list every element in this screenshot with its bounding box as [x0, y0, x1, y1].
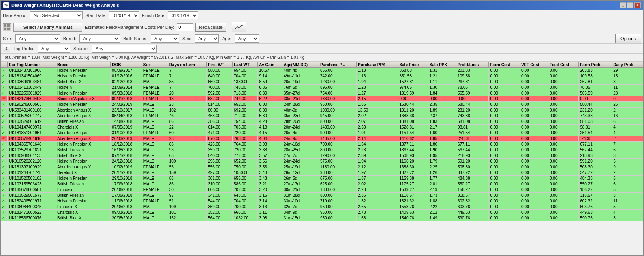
cell-breed: Hereford X [56, 170, 111, 176]
col-first-wt[interactable]: First WT [207, 62, 233, 68]
col-ear-tag[interactable]: Ear Tag Number [8, 62, 56, 68]
col-av-gain[interactable]: Av Gain [258, 62, 282, 68]
cell-farm-profit: 449.63 [579, 210, 612, 215]
table-row[interactable]: ✓ UK104365701648 Holstein Friesian X 18/… [1, 142, 643, 147]
col-sex[interactable]: Sex [142, 62, 168, 68]
col-dob[interactable]: DOB [111, 62, 142, 68]
col-purch-p[interactable]: Purchase P... [319, 62, 356, 68]
date-period-select[interactable]: Not Selected [30, 11, 83, 19]
col-farm-profit[interactable]: Farm Profit [579, 62, 612, 68]
cell-vet-cost: 0.00 [520, 153, 548, 159]
cell-age: 38m-21d [282, 96, 319, 102]
cell-purch-p: 950.00 [319, 204, 356, 210]
cell-sale-price: 1688.30 [398, 164, 428, 170]
cell-dob: 09/01/2018 [111, 96, 142, 102]
minimize-button[interactable]: _ [620, 2, 626, 8]
table-row[interactable]: ✓ UK180986501133 British Blue X 07/11/20… [1, 153, 643, 159]
cell-first-wt: 514.00 [207, 102, 233, 108]
table-row[interactable]: ✓ UK190245600563 Holstein Friesian 24/02… [1, 102, 643, 108]
col-purch-ppk[interactable]: Purchase PPK [357, 62, 398, 68]
close-button[interactable]: ✕ [634, 2, 641, 8]
col-days[interactable]: Days on farm [168, 62, 207, 68]
cell-purch-p: 675.00 [319, 176, 356, 181]
cell-days: 93 [168, 147, 207, 153]
sex-select[interactable]: Any [195, 34, 219, 43]
col-feed-cost[interactable]: Feed Cost [548, 62, 579, 68]
table-row[interactable]: ✓ UK181397100929 Aberdeen Angus X 10/02/… [1, 164, 643, 170]
col-sale-ppk[interactable]: Sale PPK [428, 62, 456, 68]
cell-days: 152 [168, 215, 207, 221]
col-daily-profit[interactable]: Daily Profi [612, 62, 643, 68]
table-row[interactable]: ✓ UK101520502102 Holstein Friesian 29/10… [1, 176, 643, 181]
table-row[interactable]: ✓ UK010520202120 Holstein Friesian 24/12… [1, 159, 643, 164]
table-row[interactable]: ✓ UK103699103481 British Blue X 02/12/20… [1, 79, 643, 85]
col-vet-cost[interactable]: VET Cost [520, 62, 548, 68]
table-row[interactable]: ✓ UK182406501971 Holstein Friesian 11/06… [1, 198, 643, 204]
table-row[interactable]: ✓ UK103413302449 Holstein 21/09/2014 FEM… [1, 85, 643, 90]
cell-feed-cost: 0.00 [548, 125, 579, 130]
cell-farm-profit: 603.76 [579, 204, 612, 210]
table-row[interactable]: ✓ UK104147400971 Charolais X 07/05/2019 … [1, 125, 643, 130]
col-last-wt[interactable]: Last WT [233, 62, 258, 68]
cell-farm-cost: 0.00 [489, 102, 520, 108]
col-farm-cost[interactable]: Farm Cost [489, 62, 520, 68]
chart-button[interactable] [232, 22, 246, 32]
table-row[interactable]: 🚩 UK100578401610 Aberdeen Angus X 26/03/… [1, 136, 643, 142]
data-table-container[interactable]: Ear Tag Number Breed DOB Sex Days on far… [1, 62, 643, 255]
table-row[interactable]: ✓ UK181351201951 Aberdeen Angus 31/10/20… [1, 130, 643, 136]
cell-sale-price: 1377.11 [398, 142, 428, 147]
cell-av-gain: 3.20 [258, 187, 282, 193]
table-row[interactable]: ✓ UK182259301829 Holstein Friesian 05/03… [1, 90, 643, 96]
col-age[interactable]: Age(MM/DD) [282, 62, 319, 68]
birth-status-select[interactable]: Any [151, 34, 179, 43]
table-row[interactable]: ✓ UK181437101968 Holstein Friesian 08/09… [1, 68, 643, 73]
cell-sale-price: 1530.44 [398, 102, 428, 108]
cell-purch-p: 980.00 [319, 170, 356, 176]
cell-breed: British Blue X [56, 79, 111, 85]
recalculate-button[interactable]: Recalculate [195, 23, 226, 32]
col-breed[interactable]: Breed [56, 62, 111, 68]
cell-sale-price: 1409.63 [398, 210, 428, 215]
cell-av-gain: 3.21 [258, 181, 282, 187]
table-row[interactable]: ✓ UK106984400345 Limousin X 20/05/2018 M… [1, 204, 643, 210]
cell-age: 27m-7d [282, 153, 319, 159]
cell-ear-tag: UK103529701621 [8, 147, 56, 153]
cell-days: 86 [168, 181, 207, 187]
cell-daily-profit: -1 [612, 136, 643, 142]
cell-sex: MALE [142, 79, 168, 85]
feed-cost-input[interactable] [177, 23, 193, 31]
table-row[interactable]: ✓ UK103529501577 British Friesian 17/05/… [1, 193, 643, 198]
tag-prefix-select[interactable]: Any [38, 45, 70, 53]
cell-sex: MALE [142, 119, 168, 125]
table-row[interactable]: ✓ UK103529501619 British Friesian 14/08/… [1, 119, 643, 125]
table-row[interactable]: ✓ UK101244701748 Hereford X 20/11/2018 M… [1, 170, 643, 176]
table-row[interactable]: ✓ UK185678600501 Limousin 20/06/2018 FEM… [1, 187, 643, 193]
cell-vet-cost: 0.00 [520, 159, 548, 164]
col-icon[interactable] [1, 62, 8, 68]
col-profit-loss[interactable]: Profit/Loss [456, 62, 488, 68]
age-select[interactable]: Any [235, 34, 259, 43]
select-animals-button[interactable]: Select / Modify Animals [13, 23, 82, 32]
cell-farm-profit: 591.20 [579, 159, 612, 164]
cell-breed: Holstein Friesian [56, 176, 111, 181]
options-button[interactable]: Options [615, 34, 641, 43]
breed-select[interactable]: Any [79, 34, 120, 43]
cell-sale-price: 858.83 [398, 68, 428, 73]
start-date-select[interactable]: 01/01/1970 [109, 11, 139, 19]
maximize-button[interactable]: □ [627, 2, 633, 8]
table-row[interactable]: 🚩 UK182173600498 Blonde d'Aquitaine X 09… [1, 96, 643, 102]
table-row[interactable]: ✓ UK103159506423 British Friesian 17/09/… [1, 181, 643, 187]
table-row[interactable]: ✓ UK100525201747 Aberdeen Angus X 05/04/… [1, 113, 643, 119]
table-row[interactable]: ✓ UK181341504069 Holstein Friesian 01/12… [1, 73, 643, 79]
row-check-icon: ✓ [1, 68, 8, 73]
table-row[interactable]: ✓ UK181471600522 Charolais X 09/03/2018 … [1, 210, 643, 215]
cell-feed-cost: 0.00 [548, 176, 579, 181]
col-sale-price[interactable]: Sale Price [398, 62, 428, 68]
table-row[interactable]: ✓ UK103529701621 British Friesian 16/08/… [1, 147, 643, 153]
sire-select[interactable]: Any [15, 34, 60, 43]
table-row[interactable]: ✓ UK118566700076 British Blue X 20/08/20… [1, 215, 643, 221]
source-select[interactable]: Any [92, 45, 157, 53]
finish-date-select[interactable]: 01/01/1970 [168, 11, 198, 19]
table-row[interactable]: ✓ UK583401409180 Aberdeen Angus X 23/10/… [1, 108, 643, 113]
s-button[interactable]: S [3, 45, 10, 52]
